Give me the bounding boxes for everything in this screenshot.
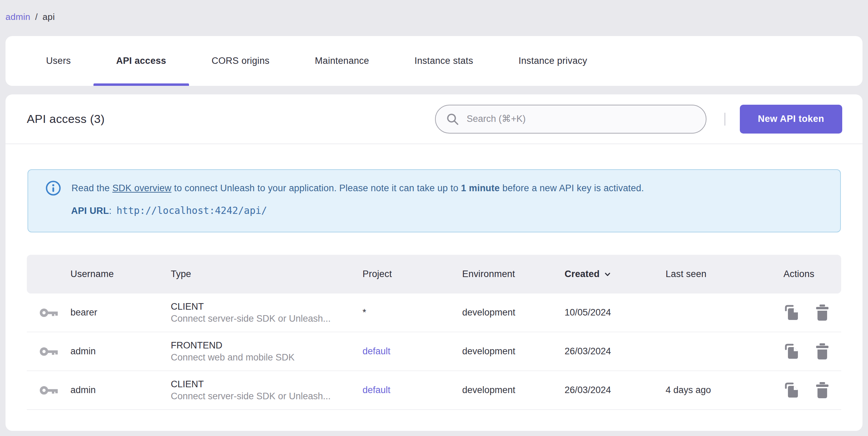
username-cell: admin — [70, 346, 171, 357]
header-divider — [724, 113, 725, 126]
breadcrumb-separator: / — [35, 12, 38, 22]
type-cell: FRONTEND Connect web and mobile SDK — [171, 340, 363, 364]
panel-header: API access (3) New API token — [5, 94, 863, 144]
tab-instance-privacy[interactable]: Instance privacy — [496, 36, 610, 86]
breadcrumb-current: api — [43, 12, 55, 22]
info-icon — [45, 180, 61, 196]
token-type: CLIENT — [171, 378, 363, 390]
breadcrumb: admin / api — [5, 12, 55, 22]
banner-bold-text: 1 minute — [461, 183, 500, 193]
banner-text-end: before a new API key is activated. — [500, 183, 644, 193]
copy-token-button[interactable] — [783, 382, 799, 399]
tab-api-access-label: API access — [116, 56, 166, 66]
delete-token-button[interactable] — [815, 304, 830, 321]
column-last-seen: Last seen — [666, 269, 783, 279]
type-cell: CLIENT Connect server-side SDK or Unleas… — [171, 301, 363, 325]
api-access-panel: API access (3) New API token — [5, 94, 863, 431]
page: admin / api Users API access CORS origin… — [0, 0, 868, 436]
environment-cell: development — [462, 346, 565, 357]
token-type-description: Connect web and mobile SDK — [171, 351, 363, 364]
table-header-row: Username Type Project Environment Create… — [27, 255, 841, 294]
column-created-label: Created — [565, 269, 600, 279]
token-type-description: Connect server-side SDK or Unleash... — [171, 312, 363, 325]
delete-token-button[interactable] — [815, 382, 830, 399]
created-cell: 26/03/2024 — [565, 385, 666, 395]
table-body: bearer CLIENT Connect server-side SDK or… — [27, 294, 841, 410]
username-cell: admin — [70, 385, 171, 395]
actions-cell — [783, 382, 841, 399]
copy-icon — [783, 382, 799, 399]
delete-token-button[interactable] — [815, 343, 830, 360]
column-type: Type — [171, 269, 363, 279]
key-icon — [40, 307, 58, 318]
table-row: admin CLIENT Connect server-side SDK or … — [27, 371, 841, 410]
search-input[interactable] — [466, 113, 695, 125]
api-url-label: API URL — [71, 206, 109, 216]
api-url-colon: : — [109, 206, 112, 216]
copy-token-button[interactable] — [783, 304, 799, 321]
info-banner: Read the SDK overview to connect Unleash… — [27, 169, 841, 232]
copy-icon — [783, 304, 799, 321]
page-title: API access (3) — [27, 112, 105, 126]
token-type-description: Connect server-side SDK or Unleash... — [171, 390, 363, 402]
api-url-value: http://localhost:4242/api/ — [116, 205, 267, 216]
tab-maintenance[interactable]: Maintenance — [292, 36, 392, 86]
banner-text: Read the SDK overview to connect Unleash… — [71, 181, 644, 195]
table-row: bearer CLIENT Connect server-side SDK or… — [27, 294, 841, 332]
tab-instance-stats[interactable]: Instance stats — [392, 36, 496, 86]
breadcrumb-link-admin[interactable]: admin — [5, 12, 30, 22]
search-box[interactable] — [435, 105, 706, 134]
trash-icon — [815, 382, 830, 399]
banner-text-start: Read the — [71, 183, 112, 193]
token-type: FRONTEND — [171, 340, 363, 351]
token-type: CLIENT — [171, 301, 363, 312]
username-cell: bearer — [70, 307, 171, 318]
key-icon — [40, 346, 58, 357]
project-cell: * — [363, 307, 462, 318]
new-api-token-button[interactable]: New API token — [740, 105, 842, 134]
tab-cors-origins[interactable]: CORS origins — [189, 36, 292, 86]
actions-cell — [783, 343, 841, 360]
copy-icon — [783, 343, 799, 360]
created-cell: 26/03/2024 — [565, 346, 666, 357]
tab-api-access[interactable]: API access — [93, 36, 189, 86]
column-actions: Actions — [783, 269, 841, 279]
tabs-bar: Users API access CORS origins Maintenanc… — [5, 36, 863, 86]
trash-icon — [815, 304, 830, 321]
trash-icon — [815, 343, 830, 360]
search-icon — [446, 113, 459, 126]
active-tab-indicator — [93, 83, 189, 86]
table-row: admin FRONTEND Connect web and mobile SD… — [27, 332, 841, 371]
column-environment: Environment — [462, 269, 565, 279]
last-seen-cell: 4 days ago — [666, 385, 783, 395]
api-tokens-table: Username Type Project Environment Create… — [27, 255, 841, 410]
column-created-sort[interactable]: Created — [565, 269, 666, 279]
sdk-overview-link[interactable]: SDK overview — [112, 183, 171, 193]
actions-cell — [783, 304, 841, 321]
column-username: Username — [70, 269, 171, 279]
banner-text-middle: to connect Unleash to your application. … — [171, 183, 461, 193]
tab-users[interactable]: Users — [23, 36, 93, 86]
column-project: Project — [363, 269, 462, 279]
environment-cell: development — [462, 385, 565, 395]
project-cell[interactable]: default — [363, 385, 462, 395]
environment-cell: development — [462, 307, 565, 318]
type-cell: CLIENT Connect server-side SDK or Unleas… — [171, 378, 363, 402]
key-icon — [40, 385, 58, 396]
project-cell[interactable]: default — [363, 346, 462, 357]
copy-token-button[interactable] — [783, 343, 799, 360]
created-cell: 10/05/2024 — [565, 307, 666, 318]
sort-chevron-down-icon — [603, 270, 612, 279]
